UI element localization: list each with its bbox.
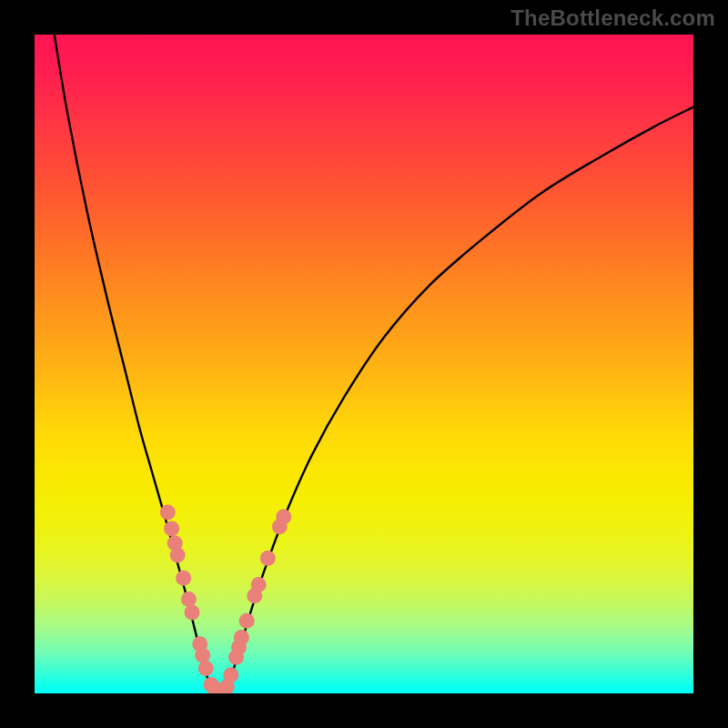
data-point: [223, 667, 238, 682]
watermark-text: TheBottleneck.com: [511, 5, 715, 31]
data-point: [170, 547, 186, 562]
data-point: [185, 604, 200, 620]
data-point: [276, 509, 291, 524]
data-point: [198, 661, 214, 676]
chart-frame: TheBottleneck.com: [0, 0, 728, 728]
data-point: [260, 551, 276, 566]
data-point: [164, 521, 179, 537]
right-curve: [226, 107, 693, 693]
chart-svg: [35, 35, 693, 693]
data-point: [195, 648, 210, 663]
plot-area: [35, 35, 693, 693]
data-point: [160, 504, 176, 520]
data-point: [176, 571, 191, 586]
data-point: [251, 577, 267, 592]
right-dots: [219, 509, 291, 693]
data-point: [181, 592, 197, 607]
data-point: [234, 630, 249, 645]
left-dots: [160, 504, 228, 693]
data-point: [239, 613, 255, 629]
